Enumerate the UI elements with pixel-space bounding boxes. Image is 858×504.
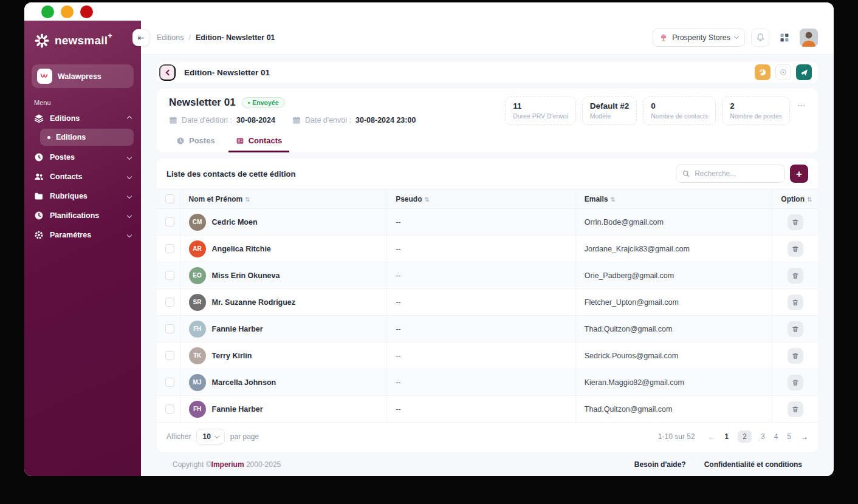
tab-contacts[interactable]: Contacts: [228, 130, 290, 152]
select-all-checkbox[interactable]: [165, 194, 174, 203]
delete-contact-button[interactable]: [788, 214, 803, 230]
table-row: ARAngelica Ritchie -- Jordane_Krajcik83@…: [157, 236, 818, 262]
row-checkbox[interactable]: [165, 244, 174, 253]
sidebar-item-contacts[interactable]: Contacts: [24, 167, 141, 186]
trash-icon: [792, 379, 799, 386]
delete-contact-button[interactable]: [788, 295, 803, 310]
edition-date-value: 30-08-2024: [236, 116, 275, 124]
sidebar-collapse-button[interactable]: ⇤: [132, 29, 149, 46]
delete-contact-button[interactable]: [788, 401, 803, 417]
trash-icon: [792, 299, 799, 306]
logo-plus: +: [108, 31, 112, 40]
help-link[interactable]: Besoin d'aide?: [634, 460, 686, 469]
window-titlebar: [24, 2, 834, 21]
apps-grid-button[interactable]: [775, 29, 794, 47]
sidebar-item-label: Rubriques: [50, 192, 88, 200]
send-button[interactable]: [796, 64, 812, 80]
notifications-button[interactable]: [751, 29, 769, 47]
sidebar: newsmail+ Walawpress Menu Editions: [24, 21, 141, 476]
sidebar-subitem-editions-active[interactable]: Editions: [40, 129, 134, 146]
sidebar-item-parametres[interactable]: Paramétres: [24, 225, 141, 245]
row-checkbox[interactable]: [165, 271, 174, 280]
copyright: Copyright ©Imperium 2000-2025: [173, 460, 281, 469]
table-header-row: Nom et Prénom⇅ Pseudo⇅ Emails⇅ Option⇅: [157, 189, 818, 209]
status-badge: •Envoyée: [242, 97, 285, 108]
chevron-down-icon: [127, 194, 132, 199]
contact-email: Fletcher_Upton@gmail.com: [575, 289, 772, 316]
sidebar-item-label: Editions: [50, 114, 80, 123]
user-avatar[interactable]: [800, 29, 818, 47]
prev-page-icon[interactable]: ←: [708, 432, 716, 441]
sort-icon: ⇅: [807, 196, 812, 203]
sidebar-nav: Editions Editions Postes: [24, 109, 141, 245]
stat-prv-duration: 11 Duree PRV D'envoi: [505, 97, 576, 125]
avatar: AR: [189, 240, 206, 257]
contact-pseudo: --: [387, 289, 576, 316]
delete-contact-button[interactable]: [788, 348, 803, 364]
sidebar-item-postes[interactable]: Postes: [24, 148, 141, 167]
clock-icon: [34, 211, 44, 220]
page-5[interactable]: 5: [787, 432, 791, 441]
per-page-select[interactable]: 10: [196, 429, 224, 444]
layers-icon: [34, 114, 44, 123]
more-options-icon[interactable]: ⋯: [796, 100, 806, 110]
avatar: TK: [189, 347, 206, 364]
chevron-down-icon: [734, 34, 739, 39]
column-name[interactable]: Nom et Prénom⇅: [180, 189, 387, 209]
workspace-selector[interactable]: Walawpress: [32, 64, 134, 88]
target-icon: [780, 69, 787, 76]
row-checkbox[interactable]: [165, 217, 174, 226]
add-contact-button[interactable]: +: [790, 165, 808, 183]
page-1[interactable]: 1: [725, 432, 729, 441]
search-input[interactable]: [695, 169, 778, 178]
page-2-current[interactable]: 2: [738, 431, 752, 443]
delete-contact-button[interactable]: [788, 375, 803, 390]
row-checkbox[interactable]: [165, 324, 174, 333]
page-4[interactable]: 4: [774, 432, 778, 441]
contact-pseudo: --: [387, 209, 576, 236]
delete-contact-button[interactable]: [788, 321, 803, 337]
avatar: CM: [189, 214, 206, 231]
column-pseudo[interactable]: Pseudo⇅: [387, 189, 576, 209]
column-emails[interactable]: Emails⇅: [575, 189, 772, 209]
traffic-light-red-icon[interactable]: [80, 5, 93, 18]
sidebar-item-editions[interactable]: Editions: [24, 109, 141, 128]
stats-button[interactable]: [755, 64, 770, 80]
page-title: Edition- Newsletter 01: [184, 68, 270, 77]
back-button[interactable]: [159, 64, 176, 81]
posts-icon: [34, 152, 44, 162]
organization-selector[interactable]: Prosperity Stores: [653, 29, 745, 47]
trash-icon: [792, 245, 799, 253]
tab-postes[interactable]: Postes: [169, 130, 222, 152]
row-checkbox[interactable]: [165, 404, 174, 414]
row-checkbox[interactable]: [165, 378, 174, 387]
newsmail-logo-icon: [34, 33, 50, 49]
sidebar-item-planifications[interactable]: Planifications: [24, 206, 141, 225]
contact-pseudo: --: [387, 396, 576, 423]
app-logo-text: newsmail+: [55, 34, 112, 47]
next-page-icon[interactable]: →: [800, 432, 808, 441]
delete-contact-button[interactable]: [788, 241, 803, 257]
menu-section-label: Menu: [34, 99, 131, 106]
search-box[interactable]: [676, 165, 785, 183]
traffic-light-yellow-icon[interactable]: [61, 5, 74, 18]
delete-contact-button[interactable]: [788, 268, 803, 284]
per-page-suffix: par page: [230, 432, 259, 441]
contact-name: Mr. Suzanne Rodriguez: [212, 298, 296, 307]
app-window: newsmail+ Walawpress Menu Editions: [24, 2, 834, 476]
page-3[interactable]: 3: [761, 432, 765, 441]
column-option[interactable]: Option⇅: [772, 189, 818, 209]
contact-email: Orie_Padberg@gmail.com: [575, 262, 772, 289]
collapse-icon: ⇤: [138, 33, 145, 43]
row-checkbox[interactable]: [165, 351, 174, 360]
sidebar-item-rubriques[interactable]: Rubriques: [24, 186, 141, 206]
sort-icon: ⇅: [245, 196, 250, 203]
breadcrumb-editions[interactable]: Editions: [157, 33, 184, 42]
pagination-range: 1-10 sur 52: [658, 432, 695, 441]
sidebar-item-label: Postes: [50, 153, 75, 162]
preview-button[interactable]: [775, 64, 791, 80]
privacy-link[interactable]: Confidentialité et conditions: [704, 460, 802, 469]
row-checkbox[interactable]: [165, 298, 174, 307]
traffic-light-green-icon[interactable]: [41, 5, 54, 18]
chevron-left-icon: [165, 69, 171, 75]
